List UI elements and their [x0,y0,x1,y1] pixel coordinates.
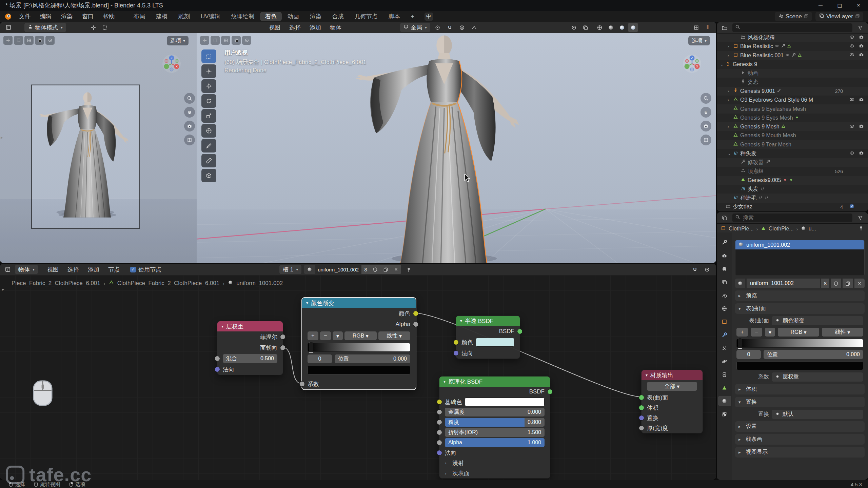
workspace-tab-雕刻[interactable]: 雕刻 [173,12,195,21]
principled-row-Alpha[interactable]: Alpha1.000 [439,438,550,448]
use-nodes-toggle[interactable]: ✓ 使用节点 [130,266,161,273]
properties-tab-world[interactable] [718,303,731,313]
users-count[interactable]: 8 [821,279,829,288]
navigation-gizmo[interactable]: Z X [681,53,703,76]
disable-render-icon[interactable] [859,52,864,59]
outliner-row-Genesis9.005[interactable]: Genesis9.005 [717,176,868,185]
properties-tab-object[interactable] [718,317,731,327]
breadcrumb-material[interactable]: u... [809,226,816,232]
socket-normal-in[interactable] [453,350,459,356]
add-workspace-tab[interactable]: + [406,12,419,21]
overlay-toggle-icon[interactable] [702,265,712,274]
panel-viewport-display[interactable]: ▸视图显示 [735,447,865,458]
principled-row-法向[interactable]: 法向 [439,448,550,458]
disable-render-icon[interactable] [849,204,854,210]
principled-row-金属度[interactable]: 金属度0.000 [439,407,550,417]
shader-type-dropdown[interactable]: 物体▾ [15,265,38,274]
socket-facing-out[interactable] [280,345,285,350]
viewport-render-dropdown[interactable] [691,23,701,32]
color-ramp-gradient[interactable] [308,343,410,352]
outliner-row-修改器[interactable]: 修改器 [717,158,868,167]
zoom-nav-icon[interactable] [184,93,195,104]
outliner-row-风格化课程[interactable]: 风格化课程 [717,33,868,42]
pin-icon[interactable] [404,265,414,274]
properties-search-input[interactable] [742,215,850,221]
header-mini-icon-layers[interactable] [232,36,241,45]
ramp-add-button[interactable]: + [308,331,318,340]
close-button[interactable]: × [849,0,868,11]
socket-bsdf-out[interactable] [547,389,553,394]
tool-measure[interactable] [201,154,216,167]
minimize-button[interactable]: ─ [811,0,830,11]
new-viewlayer-icon[interactable] [855,13,860,20]
hide-viewport-icon[interactable] [849,52,854,59]
node-color-ramp[interactable]: ▾颜色渐变 颜色 Alpha + − ▾ RGB ▾ 线性 ▾ 0 位置0.00… [301,297,416,390]
toggle-ortho-nav-icon[interactable] [701,135,711,145]
panel-lineart[interactable]: ▸线条画 [735,434,865,445]
properties-tab-material[interactable] [718,396,731,406]
outliner-filter-icon[interactable] [855,23,865,33]
workspace-tab-脚本[interactable]: 脚本 [383,12,405,21]
shading-material-icon[interactable] [617,23,627,32]
shader-menu-添加[interactable]: 添加 [83,266,104,273]
node-canvas[interactable]: Piece_Fabric_2_ClothPiece_6.001› ClothPi… [0,275,716,480]
outliner-row-姿态[interactable]: 姿态 [717,78,868,86]
properties-tab-tool[interactable] [718,237,731,247]
outliner-row-Genesis 9.001[interactable]: ›Genesis 9.001270 [717,87,868,96]
disable-render-icon[interactable] [859,150,864,157]
outliner-row-种头发[interactable]: ⌄种头发 [717,149,868,158]
menubar-item-编辑[interactable]: 编辑 [35,11,56,22]
workspace-tab-渲染[interactable]: 渲染 [305,12,327,21]
falloff-dropdown[interactable] [469,23,479,32]
header-mini-icon-cursorplus[interactable] [200,36,209,45]
header-mini-icon-box[interactable] [211,36,220,45]
zoom-nav-icon[interactable] [701,93,711,104]
color-ramp-gradient[interactable] [736,339,863,348]
fake-user-shield-icon[interactable] [370,265,380,274]
node-translucent-bsdf[interactable]: ▾半透 BSDF BSDF 颜色 法向 [456,316,520,359]
socket-blend-in[interactable] [215,356,220,361]
output-input-体积[interactable]: 体积 [642,403,703,413]
material-slot-list[interactable]: uniform_1001.002 [735,240,865,276]
disable-render-icon[interactable] [859,43,864,50]
ramp-remove-button[interactable]: − [320,331,331,340]
unlink-icon[interactable] [391,265,401,274]
shading-rendered-icon[interactable] [628,23,638,32]
unlink-icon[interactable] [854,279,865,288]
tool-select-box[interactable] [201,49,216,63]
tool-transform[interactable] [201,124,216,138]
header-mini-icon-cursorplus[interactable] [3,36,13,45]
snapping-dropdown[interactable] [690,265,700,274]
expand-arrow-icon[interactable]: › [728,98,733,102]
material-name[interactable]: uniform_1001.002 [315,265,361,274]
new-material-icon[interactable] [843,279,853,288]
workspace-tab-着色[interactable]: 着色 [260,12,282,21]
camera-view-nav-icon[interactable] [184,121,195,131]
maximize-button[interactable]: ◻ [830,0,849,11]
hide-viewport-icon[interactable] [849,43,854,50]
header-mini-icon-pivot[interactable] [45,36,55,45]
viewport-menu-视图[interactable]: 视图 [264,24,285,32]
ramp-stop-index-field[interactable]: 0 [308,354,332,363]
ramp-specials-dropdown[interactable]: ▾ [333,331,343,340]
expand-arrow-icon[interactable]: ⌄ [720,62,726,67]
output-input-表(曲)面[interactable]: 表(曲)面 [642,392,703,403]
blender-logo-icon[interactable] [4,13,12,21]
properties-tab-particles[interactable] [718,343,731,353]
ramp-interpolation-dropdown[interactable]: 线性 ▾ [378,331,411,340]
ramp-stop-index-field[interactable]: 0 [736,350,761,359]
principled-row-折射率(IOR)[interactable]: 折射率(IOR)1.500 [439,427,550,438]
properties-tab-physics[interactable] [718,356,731,366]
ramp-add-button[interactable]: + [736,328,748,337]
ramp-colormode-dropdown[interactable]: RGB ▾ [344,331,377,340]
tool-move[interactable] [201,79,216,93]
shader-editor-type-button[interactable] [3,265,13,274]
disable-render-icon[interactable] [859,97,864,103]
shader-menu-节点[interactable]: 节点 [104,266,124,273]
disable-render-icon[interactable] [859,35,864,41]
hide-viewport-icon[interactable] [849,97,854,103]
outliner-row-Blue Realistic[interactable]: ›Blue Realistic [717,42,868,51]
outliner-row-Genesis 9 Tear Mesh[interactable]: Genesis 9 Tear Mesh [717,140,868,149]
properties-tab-view-layer[interactable] [718,277,731,287]
tweak-tool-icon[interactable] [88,23,98,32]
